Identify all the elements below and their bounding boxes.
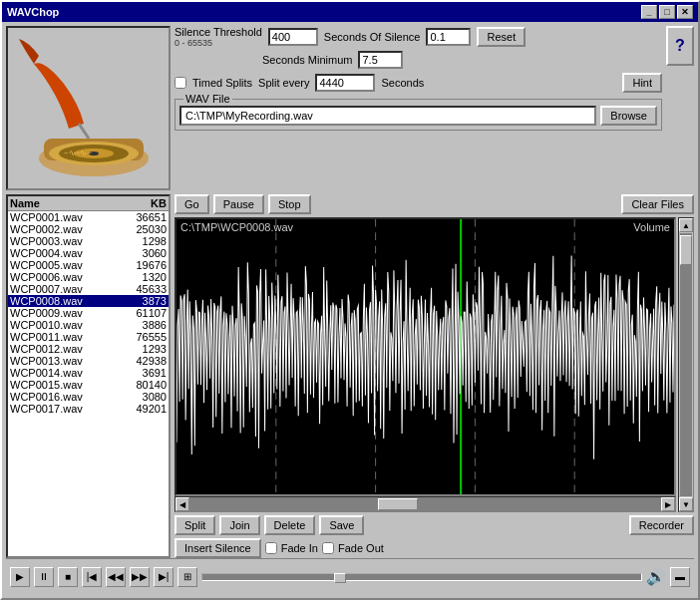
scroll-thumb-v[interactable] <box>680 235 692 265</box>
split-every-input[interactable] <box>315 74 375 92</box>
file-list-panel[interactable]: Name KB WCP0001.wav36651WCP0002.wav25030… <box>6 194 171 558</box>
clear-files-button[interactable]: Clear Files <box>621 194 694 214</box>
pause-button[interactable]: Pause <box>213 194 264 214</box>
list-item[interactable]: WCP0001.wav36651 <box>8 211 169 223</box>
list-item[interactable]: WCP0008.wav3873 <box>8 295 169 307</box>
list-item[interactable]: WCP0014.wav3691 <box>8 367 169 379</box>
play-button[interactable]: ▶ <box>10 567 30 587</box>
save-button[interactable]: Save <box>319 515 364 535</box>
top-section: ~∿~∿~ Silence Threshold 0 - 65535 Secon <box>6 26 694 190</box>
scroll-down-button[interactable]: ▼ <box>679 497 693 511</box>
seconds-of-silence-input[interactable] <box>426 28 471 46</box>
main-content: ~∿~∿~ Silence Threshold 0 - 65535 Secon <box>2 22 698 598</box>
file-name: WCP0010.wav <box>10 319 112 331</box>
rew-button[interactable]: ◀◀ <box>106 567 126 587</box>
silence-threshold-range: 0 - 65535 <box>175 38 262 48</box>
svg-line-7 <box>79 124 89 139</box>
list-item[interactable]: WCP0007.wav45633 <box>8 283 169 295</box>
file-name: WCP0009.wav <box>10 307 112 319</box>
pause-player-button[interactable]: ⏸ <box>34 567 54 587</box>
volume-icon[interactable]: 🔊 <box>646 567 666 586</box>
horizontal-scrollbar[interactable]: ◀ ▶ <box>175 496 676 512</box>
help-button[interactable]: ? <box>666 26 694 66</box>
list-item[interactable]: WCP0009.wav61107 <box>8 307 169 319</box>
file-kb: 1298 <box>112 235 167 247</box>
delete-button[interactable]: Delete <box>264 515 316 535</box>
prev-button[interactable]: |◀ <box>82 567 102 587</box>
insert-silence-button[interactable]: Insert Silence <box>175 538 261 558</box>
maximize-button[interactable]: □ <box>659 5 675 19</box>
file-name: WCP0003.wav <box>10 235 112 247</box>
browse-button[interactable]: Browse <box>600 106 657 126</box>
svg-text:~∿~∿~: ~∿~∿~ <box>64 149 92 157</box>
file-kb: 1320 <box>112 271 167 283</box>
list-item[interactable]: WCP0004.wav3060 <box>8 247 169 259</box>
vertical-scrollbar[interactable]: ▲ ▼ <box>678 217 694 512</box>
go-button[interactable]: Go <box>175 194 209 214</box>
close-button[interactable]: ✕ <box>677 5 693 19</box>
file-name: WCP0017.wav <box>10 403 112 415</box>
window-title: WAVChop <box>7 6 59 18</box>
silence-threshold-row: Silence Threshold 0 - 65535 Seconds Of S… <box>175 26 662 48</box>
player-extra-button[interactable]: ▬ <box>670 567 690 587</box>
fade-out-label: Fade Out <box>338 542 384 554</box>
list-item[interactable]: WCP0017.wav49201 <box>8 403 169 415</box>
file-name: WCP0011.wav <box>10 331 112 343</box>
stop-player-button[interactable]: ■ <box>58 567 78 587</box>
list-item[interactable]: WCP0015.wav80140 <box>8 379 169 391</box>
file-kb: 3080 <box>112 391 167 403</box>
list-item[interactable]: WCP0002.wav25030 <box>8 223 169 235</box>
fwd-button[interactable]: ▶▶ <box>130 567 150 587</box>
list-item[interactable]: WCP0006.wav1320 <box>8 271 169 283</box>
file-list-header: Name KB <box>8 196 169 211</box>
waveform-svg <box>176 219 674 494</box>
split-every-label: Split every <box>258 77 309 89</box>
wav-path-input[interactable] <box>179 106 596 126</box>
recorder-button[interactable]: Recorder <box>629 515 694 535</box>
fade-row: Insert Silence Fade In Fade Out <box>175 538 694 558</box>
action-bar: Go Pause Stop Clear Files <box>175 194 694 214</box>
options-button[interactable]: ⊞ <box>177 567 197 587</box>
col-name-header: Name <box>8 196 114 210</box>
seconds-of-silence-label: Seconds Of Silence <box>324 31 421 43</box>
silence-threshold-input[interactable] <box>268 28 318 46</box>
player-track[interactable] <box>201 573 642 581</box>
list-item[interactable]: WCP0012.wav1293 <box>8 343 169 355</box>
list-item[interactable]: WCP0013.wav42938 <box>8 355 169 367</box>
file-name: WCP0015.wav <box>10 379 112 391</box>
seconds-minimum-input[interactable] <box>358 51 403 69</box>
scroll-left-button[interactable]: ◀ <box>175 497 189 511</box>
file-name: WCP0008.wav <box>10 295 112 307</box>
middle-section: Name KB WCP0001.wav36651WCP0002.wav25030… <box>6 194 694 558</box>
scroll-up-button[interactable]: ▲ <box>679 218 693 232</box>
timed-splits-row: Timed Splits Split every Seconds Hint <box>175 73 662 93</box>
file-list-rows: WCP0001.wav36651WCP0002.wav25030WCP0003.… <box>8 211 169 415</box>
fade-in-checkbox[interactable] <box>265 542 277 554</box>
waveform-area[interactable]: C:\TMP\WCP0008.wav Volume <box>175 217 676 496</box>
player-thumb[interactable] <box>334 573 346 583</box>
file-kb: 1293 <box>112 343 167 355</box>
list-item[interactable]: WCP0003.wav1298 <box>8 235 169 247</box>
list-item[interactable]: WCP0010.wav3886 <box>8 319 169 331</box>
reset-button[interactable]: Reset <box>477 27 525 47</box>
file-kb: 3873 <box>112 295 167 307</box>
hint-button[interactable]: Hint <box>622 73 662 93</box>
file-name: WCP0012.wav <box>10 343 112 355</box>
list-item[interactable]: WCP0005.wav19676 <box>8 259 169 271</box>
timed-splits-checkbox[interactable] <box>175 77 186 89</box>
list-item[interactable]: WCP0011.wav76555 <box>8 331 169 343</box>
scroll-right-button[interactable]: ▶ <box>661 497 675 511</box>
file-name: WCP0016.wav <box>10 391 112 403</box>
silence-block: Silence Threshold 0 - 65535 Seconds Of S… <box>175 26 662 69</box>
minimize-button[interactable]: _ <box>641 5 657 19</box>
next-button[interactable]: ▶| <box>154 567 174 587</box>
scroll-track-h[interactable] <box>189 497 661 511</box>
join-button[interactable]: Join <box>219 515 259 535</box>
scroll-thumb-h[interactable] <box>378 498 418 510</box>
file-kb: 19676 <box>112 259 167 271</box>
stop-button[interactable]: Stop <box>268 194 311 214</box>
fade-out-checkbox[interactable] <box>322 542 334 554</box>
controls-panel: Silence Threshold 0 - 65535 Seconds Of S… <box>175 26 662 190</box>
list-item[interactable]: WCP0016.wav3080 <box>8 391 169 403</box>
split-button[interactable]: Split <box>175 515 215 535</box>
